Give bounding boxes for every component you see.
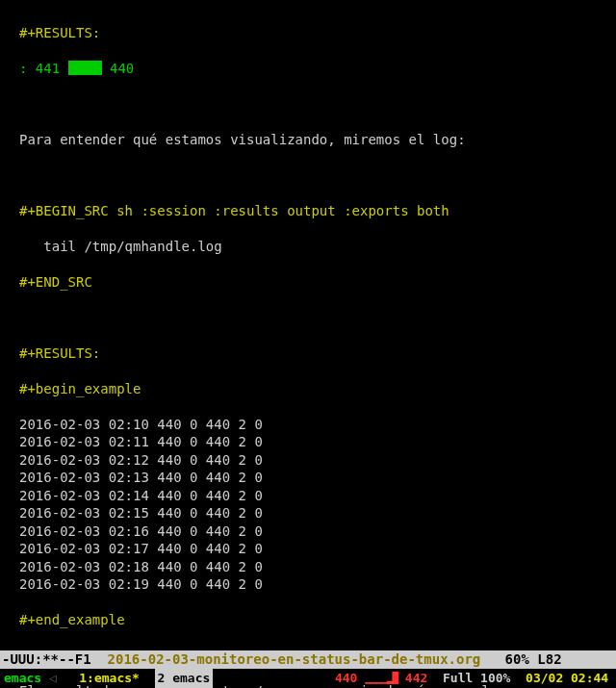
paragraph-text: Para entender qué estamos visualizando, … (19, 132, 466, 147)
src-body: tail /tmp/qmhandle.log (19, 239, 222, 254)
log-line: 2016-02-03 02:12 440 0 440 2 0 (0, 451, 616, 470)
log-line: 2016-02-03 02:18 440 0 440 2 0 (0, 558, 616, 576)
log-line: 2016-02-03 02:16 440 0 440 2 0 (0, 522, 616, 541)
cursor-block (68, 61, 102, 75)
results-keyword: #+RESULTS: (19, 25, 100, 40)
tmux-metric: 440 (335, 669, 365, 688)
log-line: 2016-02-03 02:14 440 0 440 2 0 (0, 487, 616, 505)
results-keyword: #+RESULTS: (19, 345, 100, 361)
example-begin: #+begin_example (19, 381, 141, 396)
editor-body[interactable]: #+RESULTS: : 441 440 Para entender qué e… (0, 0, 616, 650)
log-line: 2016-02-03 02:11 440 0 440 2 0 (0, 433, 616, 451)
tmux-battery: Full 100% (427, 669, 526, 688)
log-line: 2016-02-03 02:17 440 0 440 2 0 (0, 540, 616, 558)
src-end: #+END_SRC (19, 274, 92, 290)
log-line: 2016-02-03 02:13 440 0 440 2 0 (0, 469, 616, 487)
log-line: 2016-02-03 02:15 440 0 440 2 0 (0, 504, 616, 522)
tmux-session-name: emacs (0, 669, 49, 688)
tmux-window-1[interactable]: 1:emacs* (57, 669, 155, 688)
tmux-metric: 442 (398, 669, 427, 688)
src-begin: #+BEGIN_SRC sh :session :results output … (19, 203, 449, 218)
result-value: : 441 440 (19, 61, 134, 76)
tmux-status-bar: emacs ◁ 1:emacs* 2 emacs 440 ▁▁▁▁▂█ 442 … (0, 669, 616, 688)
emacs-modeline: -UUU:**--F1 2016-02-03-monitoreo-en-stat… (0, 650, 616, 669)
tmux-window-2[interactable]: 2 emacs (155, 669, 214, 688)
log-line: 2016-02-03 02:10 440 0 440 2 0 (0, 416, 616, 434)
tmux-clock: 03/02 02:44 (526, 669, 608, 688)
example-end: #+end_example (19, 612, 125, 627)
separator-icon: ◁ (49, 669, 57, 688)
log-line: 2016-02-03 02:19 440 0 440 2 0 (0, 575, 616, 594)
sparkline-icon: ▁▁▁▁▂█ (365, 669, 398, 688)
modeline-filename: 2016-02-03-monitoreo-en-status-bar-de-tm… (108, 651, 481, 667)
